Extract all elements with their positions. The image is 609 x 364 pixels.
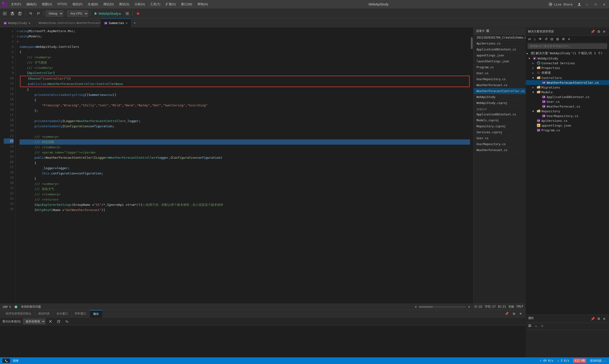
- file-item-apiversions[interactable]: ApiVersions.cs: [474, 41, 526, 47]
- se-settings-btn[interactable]: ⚙: [561, 37, 566, 41]
- menu-help[interactable]: 帮助(H): [195, 1, 210, 7]
- chevron-left-icon[interactable]: [414, 305, 417, 309]
- solution-search-input[interactable]: [528, 43, 607, 49]
- se-refresh-btn[interactable]: ↺: [544, 37, 549, 41]
- file-item-weatherforecastcontroller[interactable]: WeatherForecastController.cs: [474, 88, 526, 94]
- menu-extend[interactable]: 扩展(X): [163, 1, 178, 7]
- menu-tools[interactable]: 工具(T): [148, 1, 163, 7]
- minimize-button[interactable]: —: [584, 1, 590, 7]
- se-dependencies[interactable]: ▶ 依赖项: [526, 70, 609, 75]
- misc-item-appdbcontext[interactable]: ApplicationDbContext.cs: [474, 112, 526, 117]
- new-project-button[interactable]: [1, 11, 8, 16]
- se-sync-btn[interactable]: ⇄: [527, 37, 532, 41]
- se-user-cs[interactable]: ▶ C# User.cs: [526, 99, 609, 104]
- redo-button[interactable]: [35, 11, 42, 16]
- solution-float-button[interactable]: ⧉: [597, 29, 601, 34]
- tab-close-1[interactable]: ×: [28, 21, 30, 25]
- se-appdbcontext[interactable]: ▶ C# ApplicationDbContext.cs: [526, 94, 609, 99]
- platform-select[interactable]: Any CPU: [67, 11, 88, 17]
- fold-21[interactable]: ⊟: [16, 34, 20, 39]
- menu-git[interactable]: GIT(G): [55, 1, 69, 7]
- git-branch[interactable]: [2, 359, 10, 363]
- code-content[interactable]: using Microsoft.AspNetCore.Mvc; using Mo…: [20, 28, 470, 304]
- file-item-appdbcontext[interactable]: ApplicationDbContext.cs: [474, 47, 526, 52]
- file-item-webapitstudy-csproj[interactable]: WebApiStudy.csproj: [474, 100, 526, 106]
- project-node[interactable]: ▼ W WebApiStudy: [526, 56, 609, 61]
- output-close-button[interactable]: ✕: [518, 311, 523, 317]
- solution-close-button[interactable]: ✕: [602, 29, 607, 34]
- menu-project[interactable]: 项目(P): [70, 1, 85, 7]
- tab-close-3[interactable]: ×: [126, 21, 128, 25]
- tab-weathercontroller[interactable]: C# WebApiStudy.Controllers.WeatherForeca…: [34, 19, 101, 27]
- se-weatherforecastcontroller[interactable]: ▶ C# WeatherForecastController.cs: [526, 80, 609, 85]
- misc-item-servicescsproj[interactable]: Services.csproj: [474, 130, 526, 135]
- se-appsettings[interactable]: ▶ {} appsettings.json: [526, 123, 609, 128]
- se-migrations[interactable]: ▶ Migrations: [526, 85, 609, 90]
- se-show-all-btn[interactable]: 👁: [538, 37, 543, 41]
- close-button[interactable]: ✕: [601, 1, 607, 7]
- file-item-program[interactable]: Program.cs: [474, 65, 526, 70]
- se-program-cs[interactable]: ▶ C# Program.cs: [526, 128, 609, 132]
- se-properties[interactable]: ▶ Properties: [526, 65, 609, 70]
- menu-file[interactable]: 文件(F): [9, 1, 24, 7]
- misc-item-modelscsproj[interactable]: Models.csproj: [474, 117, 526, 123]
- live-share-button[interactable]: Live Share: [547, 1, 574, 7]
- file-item-weatherforecast[interactable]: WeatherForecast.cs: [474, 82, 526, 88]
- se-home-btn[interactable]: ⌂: [533, 37, 537, 41]
- prop-settings-btn[interactable]: [540, 324, 545, 329]
- misc-item-user[interactable]: User.cs: [474, 135, 526, 141]
- output-clear-button[interactable]: [47, 319, 53, 324]
- file-item-webapitstudy[interactable]: WebApiStudy: [474, 94, 526, 100]
- misc-item-weatherforecast[interactable]: WeatherForecast.cs: [474, 147, 526, 153]
- file-list-content[interactable]: 20221020101704_CreateSchema.cs ApiVersio…: [474, 35, 526, 304]
- menu-build[interactable]: 生成(B): [85, 1, 100, 7]
- properties-pin-button[interactable]: 📌: [590, 316, 596, 321]
- tab-error-list[interactable]: 错误列表: [35, 310, 53, 318]
- output-pin-button[interactable]: 📌: [503, 311, 510, 317]
- solution-pin-button[interactable]: 📌: [590, 29, 596, 34]
- output-word-wrap-button[interactable]: [64, 319, 70, 324]
- prop-alphabetical-btn[interactable]: Az: [533, 324, 539, 329]
- se-userrepository[interactable]: ▶ C# UserRepository.cs: [526, 114, 609, 118]
- file-item-user[interactable]: User.cs: [474, 70, 526, 76]
- prop-categories-btn[interactable]: [527, 324, 532, 329]
- save-button[interactable]: [9, 11, 16, 16]
- se-weatherforecast-cs[interactable]: ▶ C# WeatherForecast.cs: [526, 104, 609, 109]
- hscroll-track[interactable]: [419, 306, 466, 308]
- run-button[interactable]: WebApiStudy ▸: [92, 11, 123, 16]
- menu-test[interactable]: 测试(S): [117, 1, 131, 7]
- se-extra-btn[interactable]: ≡: [567, 37, 571, 41]
- debug-config-select[interactable]: Debug: [46, 11, 63, 17]
- tab-immediate-window[interactable]: 即时窗口: [72, 310, 90, 318]
- fold-6[interactable]: ⊟: [16, 28, 20, 34]
- breakpoint-button[interactable]: [135, 11, 141, 16]
- file-item-createschema[interactable]: 20221020101704_CreateSchema.cs: [474, 35, 526, 41]
- tab-package-manager[interactable]: 程序包管理器控制台: [2, 310, 35, 318]
- se-connected-services[interactable]: ▶ Connected Services: [526, 61, 609, 65]
- save-all-button[interactable]: [17, 11, 23, 16]
- file-item-launchsettings[interactable]: launchSettings.json: [474, 59, 526, 65]
- menu-analyze[interactable]: 分析(A): [132, 1, 147, 7]
- tab-webapitstudy[interactable]: C# WebApiStudy ×: [0, 19, 34, 27]
- output-content[interactable]: [0, 325, 526, 357]
- properties-float-button[interactable]: ⧉: [597, 316, 601, 321]
- file-item-appsettings[interactable]: appsettings.json: [474, 52, 526, 59]
- fold-30[interactable]: ⊟: [16, 39, 20, 44]
- add-to-source-label[interactable]: 添加到源...: [590, 359, 607, 363]
- tab-output[interactable]: 输出: [90, 310, 103, 318]
- attach-button[interactable]: [124, 11, 130, 16]
- undo-button[interactable]: [27, 11, 34, 16]
- new-tab-button[interactable]: +: [131, 19, 138, 27]
- restore-button[interactable]: ❐: [593, 1, 598, 7]
- output-float-button[interactable]: ⧉: [511, 311, 517, 317]
- menu-window[interactable]: 窗口(W): [179, 1, 194, 7]
- misc-item-userrepository[interactable]: UserRepository.cs: [474, 141, 526, 147]
- chevron-right-icon[interactable]: [468, 305, 471, 309]
- output-copy-button[interactable]: [55, 319, 62, 324]
- tab-command-window[interactable]: 命令窗口: [53, 310, 72, 318]
- se-apiversions[interactable]: ▶ C# ApiVersions.cs: [526, 118, 609, 123]
- se-repository[interactable]: ▼ Repository: [526, 109, 609, 114]
- menu-view[interactable]: 视图(V): [39, 1, 54, 7]
- se-models[interactable]: ▼ Models: [526, 90, 609, 94]
- output-source-select[interactable]: 服务依赖项: [23, 319, 45, 324]
